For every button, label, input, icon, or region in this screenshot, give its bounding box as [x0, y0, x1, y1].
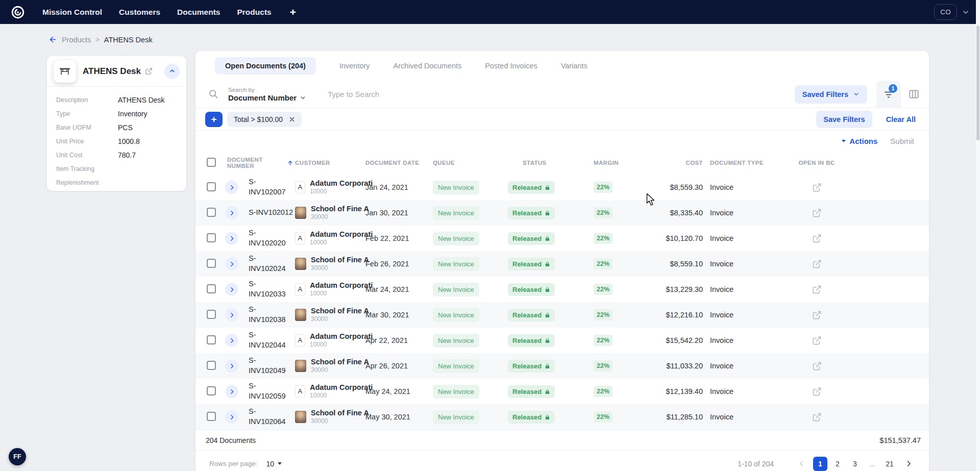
nav-item[interactable]: Documents [177, 8, 220, 17]
nav-item[interactable]: Customers [119, 8, 160, 17]
row-checkbox[interactable] [207, 310, 216, 319]
clear-all-button[interactable]: Clear All [886, 115, 916, 123]
select-all-checkbox[interactable] [207, 158, 216, 167]
scrollbar-thumb[interactable] [976, 26, 979, 140]
row-expand-button[interactable] [225, 385, 238, 398]
table-row[interactable]: S-INV102064 School of Fine A 30000 May 3… [195, 404, 929, 430]
customer-name: School of Fine A [311, 205, 369, 213]
row-expand-button[interactable] [225, 359, 238, 373]
document-number: S-INV102024 [244, 254, 293, 274]
table-row[interactable]: S-INV102007 A Adatum Corporati 10000 Jan… [195, 175, 929, 200]
back-arrow-icon[interactable] [48, 35, 57, 44]
row-checkbox[interactable] [207, 233, 216, 242]
user-avatar[interactable]: FF [9, 448, 26, 465]
remove-filter-icon[interactable] [289, 116, 295, 122]
row-checkbox[interactable] [207, 259, 216, 268]
table-row[interactable]: S-INV102033 A Adatum Corporati 10000 Mar… [195, 277, 929, 302]
brand-logo-icon[interactable] [10, 5, 26, 20]
user-org-chip[interactable]: CO [934, 4, 957, 20]
open-in-bc-icon[interactable] [812, 361, 822, 371]
breadcrumb-separator: > [95, 36, 100, 43]
row-checkbox[interactable] [207, 284, 216, 293]
column-open-in-bc[interactable]: OPEN IN BC [783, 160, 850, 166]
search-by-dropdown[interactable]: Search by Document Number [228, 87, 306, 102]
save-filters-button[interactable]: Save Filters [816, 111, 872, 128]
column-document-type[interactable]: DOCUMENT TYPE [707, 160, 783, 166]
breadcrumb: Products > ATHENS Desk [48, 35, 153, 44]
column-document-number[interactable]: DOCUMENT NUMBER [225, 157, 293, 169]
nav-chevron-down-icon[interactable] [962, 8, 970, 16]
open-in-bc-icon[interactable] [812, 285, 822, 294]
row-expand-button[interactable] [225, 308, 238, 321]
tab[interactable]: Open Documents (204) [215, 57, 316, 75]
tab[interactable]: Variants [561, 62, 587, 70]
row-expand-button[interactable] [225, 206, 238, 219]
table-row[interactable]: S-INV102024 School of Fine A 30000 Feb 2… [195, 251, 929, 277]
row-expand-button[interactable] [225, 232, 238, 245]
customer-code: 30000 [311, 418, 369, 425]
row-checkbox[interactable] [207, 335, 216, 344]
nav-item[interactable]: Products [237, 8, 271, 17]
table-row[interactable]: S-INV102038 School of Fine A 30000 Mar 3… [195, 302, 929, 328]
table-row[interactable]: S-INV102049 School of Fine A 30000 Apr 2… [195, 353, 929, 379]
row-checkbox[interactable] [207, 386, 216, 395]
product-external-link-icon[interactable] [145, 67, 153, 75]
rows-per-page-select[interactable]: 10 [266, 460, 282, 468]
row-checkbox[interactable] [207, 361, 216, 370]
next-page-button[interactable] [901, 457, 916, 471]
row-expand-button[interactable] [225, 334, 238, 347]
submit-button[interactable]: Submit [890, 137, 914, 145]
column-customer[interactable]: CUSTOMER [293, 160, 362, 166]
column-margin[interactable]: MARGIN [590, 160, 656, 166]
row-checkbox[interactable] [207, 208, 216, 217]
tab[interactable]: Inventory [339, 62, 370, 70]
page-button[interactable]: 2 [830, 457, 845, 471]
column-status[interactable]: STATUS [503, 160, 590, 166]
row-checkbox[interactable] [207, 412, 216, 421]
row-expand-button[interactable] [225, 257, 238, 270]
row-expand-button[interactable] [225, 410, 238, 424]
open-in-bc-icon[interactable] [812, 310, 822, 320]
nav-add-button[interactable]: + [290, 7, 296, 17]
page-button[interactable]: 1 [813, 457, 827, 471]
filter-chip[interactable]: Total > $100.00 [227, 112, 302, 127]
saved-filters-button[interactable]: Saved Filters [795, 85, 867, 104]
page-buttons: 123...21 [812, 457, 898, 471]
open-in-bc-icon[interactable] [812, 208, 822, 218]
tab[interactable]: Archived Documents [394, 62, 462, 70]
open-in-bc-icon[interactable] [812, 336, 822, 345]
open-in-bc-icon[interactable] [812, 412, 822, 422]
open-in-bc-icon[interactable] [812, 234, 822, 243]
row-checkbox[interactable] [207, 182, 216, 191]
nav-item[interactable]: Mission Control [42, 8, 102, 17]
previous-page-button[interactable] [794, 457, 808, 471]
table-row[interactable]: S-INV102020 A Adatum Corporati 10000 Feb… [195, 226, 929, 251]
open-in-bc-icon[interactable] [812, 387, 822, 396]
tab[interactable]: Posted Invoices [485, 62, 537, 70]
filter-funnel-button[interactable]: 1 [876, 81, 901, 108]
column-queue[interactable]: QUEUE [429, 160, 503, 166]
collapse-card-button[interactable] [164, 64, 180, 79]
column-cost[interactable]: COST [656, 160, 707, 166]
product-field-row: Item Tracking [47, 162, 186, 176]
page-button[interactable]: ... [865, 457, 879, 471]
document-date: Apr 26, 2021 [362, 362, 429, 370]
search-input[interactable] [328, 90, 795, 98]
document-type: Invoice [707, 311, 783, 319]
table-row[interactable]: S-INV102059 A Adatum Corporati 10000 May… [195, 379, 929, 404]
add-filter-button[interactable]: + [205, 112, 223, 127]
column-document-date[interactable]: DOCUMENT DATE [362, 160, 429, 166]
page-scrollbar[interactable] [976, 0, 980, 471]
page-button[interactable]: 21 [883, 457, 897, 471]
row-expand-button[interactable] [225, 283, 238, 296]
open-in-bc-icon[interactable] [812, 183, 822, 192]
page-button[interactable]: 3 [848, 457, 862, 471]
row-expand-button[interactable] [225, 181, 238, 194]
actions-dropdown[interactable]: Actions [842, 137, 877, 145]
column-settings-button[interactable] [908, 88, 920, 100]
status-text: Released [512, 260, 542, 268]
table-row[interactable]: S-INV102012 School of Fine A 30000 Jan 3… [195, 200, 929, 226]
open-in-bc-icon[interactable] [812, 259, 822, 269]
breadcrumb-parent[interactable]: Products [62, 36, 91, 44]
table-row[interactable]: S-INV102044 A Adatum Corporati 10000 Apr… [195, 328, 929, 353]
